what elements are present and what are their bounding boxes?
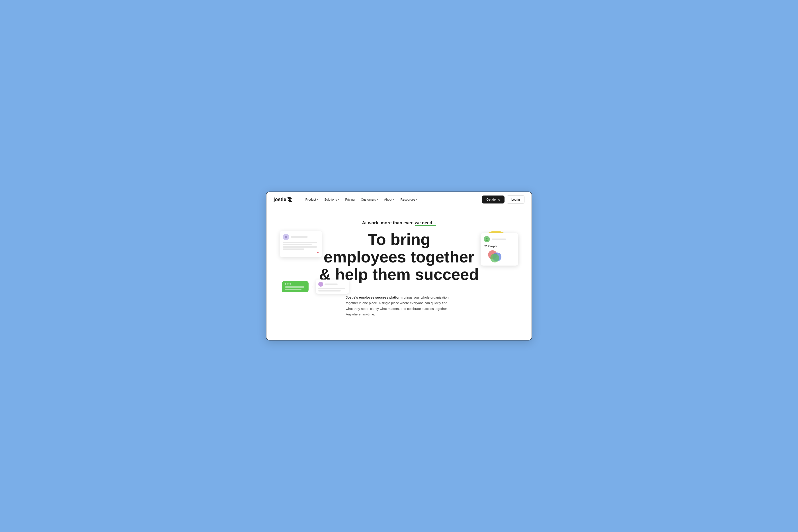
card-line	[324, 284, 338, 285]
dot	[287, 283, 289, 285]
nav-links: Product ▾ Solutions ▾ Pricing Customers …	[303, 196, 475, 203]
card-body-lines	[283, 242, 319, 250]
card-line	[318, 290, 341, 291]
chevron-down-icon: ▾	[317, 198, 318, 201]
hero-main: ♥ →	[284, 231, 514, 284]
people-card-header	[484, 236, 515, 242]
heart-icon: ♥	[283, 251, 319, 254]
chat-dots	[285, 283, 305, 285]
chat-lines	[285, 286, 305, 290]
chevron-down-icon: ▾	[377, 198, 378, 201]
navigation: jostle Product ▾ Solutions ▾ Pricing Cus…	[266, 192, 532, 207]
card-line	[492, 239, 506, 240]
card-line	[285, 286, 304, 288]
description-bold: Jostle's employee success platform	[346, 296, 402, 299]
logo[interactable]: jostle	[273, 197, 292, 202]
svg-point-3	[486, 240, 488, 241]
nav-about[interactable]: About ▾	[381, 196, 397, 203]
chat-bubble	[282, 281, 308, 292]
get-demo-button[interactable]: Get demo	[482, 195, 504, 204]
login-button[interactable]: Log in	[507, 195, 525, 204]
nav-customers[interactable]: Customers ▾	[358, 196, 381, 203]
card-line	[285, 289, 302, 290]
float-card-post: ♥	[280, 231, 322, 258]
nav-product[interactable]: Product ▾	[303, 196, 321, 203]
reply-card	[316, 280, 349, 294]
tagline-underline: we need...	[415, 220, 436, 225]
hero-heading: To bring employees together & help them …	[319, 231, 479, 284]
arrow-icon: →	[310, 284, 314, 289]
svg-point-1	[285, 238, 287, 239]
svg-point-0	[285, 236, 287, 237]
card-line	[283, 248, 304, 250]
float-card-chat: →	[282, 280, 349, 294]
dot	[285, 283, 286, 285]
card-line	[291, 236, 308, 238]
reply-body-lines	[318, 288, 346, 291]
chevron-down-icon: ▾	[416, 198, 417, 201]
card-avatar-row	[283, 234, 319, 240]
nav-pricing[interactable]: Pricing	[342, 196, 357, 203]
logo-icon	[287, 197, 292, 202]
avatar	[484, 236, 490, 242]
nav-solutions[interactable]: Solutions ▾	[322, 196, 342, 203]
nav-actions: Get demo Log in	[482, 195, 525, 204]
chevron-down-icon: ▾	[338, 198, 339, 201]
hero-tagline: At work, more than ever, we need...	[284, 220, 514, 225]
hero-section: At work, more than ever, we need...	[266, 207, 532, 340]
chevron-down-icon: ▾	[393, 198, 394, 201]
reply-lines	[324, 284, 346, 285]
nav-resources[interactable]: Resources ▾	[398, 196, 420, 203]
avatar	[318, 282, 323, 287]
people-card: 52 People	[480, 233, 518, 266]
card-line	[283, 242, 317, 243]
reply-avatar-row	[318, 282, 346, 287]
card-line	[283, 244, 312, 245]
float-card-people: 52 People	[480, 233, 518, 266]
card-line	[318, 288, 345, 289]
card-lines	[492, 239, 515, 240]
dot	[289, 283, 291, 285]
card-line	[283, 246, 317, 248]
svg-point-2	[486, 238, 488, 240]
venn-circle-green	[490, 253, 499, 263]
people-count-label: 52 People	[484, 245, 515, 248]
card-lines	[291, 236, 319, 238]
logo-text: jostle	[273, 197, 286, 202]
hero-description: Jostle's employee success platform bring…	[346, 294, 452, 317]
avatar	[283, 234, 289, 240]
venn-diagram	[484, 249, 515, 263]
browser-window: jostle Product ▾ Solutions ▾ Pricing Cus…	[266, 191, 532, 341]
